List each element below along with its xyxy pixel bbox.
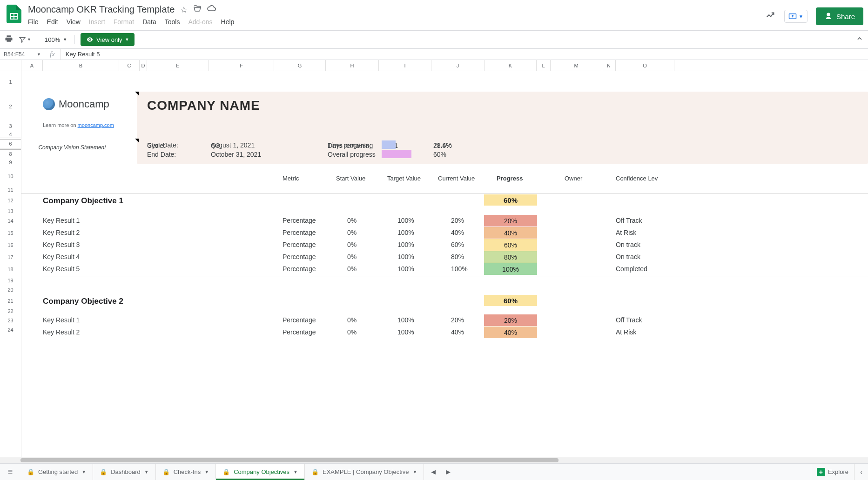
th-current_value: Current Value bbox=[438, 175, 475, 182]
print-icon[interactable] bbox=[5, 34, 13, 45]
col-header-E[interactable]: E bbox=[147, 60, 209, 71]
row-header-14[interactable]: 14 bbox=[0, 215, 21, 227]
chevron-down-icon[interactable]: ▼ bbox=[144, 469, 149, 474]
row-header-9[interactable]: 9 bbox=[0, 158, 21, 167]
sheet-tab-example-company-objective[interactable]: 🔒EXAMPLE | Company Objective▼ bbox=[305, 464, 424, 480]
col-header-O[interactable]: O bbox=[616, 60, 674, 71]
row-header-18[interactable]: 18 bbox=[0, 263, 21, 275]
row-header-17[interactable]: 17 bbox=[0, 251, 21, 263]
fx-icon: fx bbox=[44, 49, 61, 60]
kr-target: 100% bbox=[397, 229, 414, 236]
name-box[interactable]: B54:F54▼ bbox=[0, 49, 44, 60]
objective-progress: 60% bbox=[484, 194, 537, 206]
chevron-down-icon[interactable]: ▼ bbox=[412, 469, 417, 474]
row-header-23[interactable]: 23 bbox=[0, 314, 21, 327]
row-header-15[interactable]: 15 bbox=[0, 227, 21, 239]
row-header-24[interactable]: 24 bbox=[0, 327, 21, 333]
row-header-19[interactable]: 19 bbox=[0, 275, 21, 286]
row-header-3[interactable]: 3 bbox=[0, 120, 21, 132]
kr-progress: 20% bbox=[484, 215, 537, 227]
row-header-21[interactable]: 21 bbox=[0, 294, 21, 308]
col-header-B[interactable]: B bbox=[43, 60, 119, 71]
tab-scroll-right-icon[interactable]: ► bbox=[442, 466, 455, 478]
menu-edit[interactable]: Edit bbox=[47, 18, 58, 26]
row-header-22[interactable]: 22 bbox=[0, 308, 21, 314]
kr-confidence: At Risk bbox=[616, 328, 636, 336]
row-header-1[interactable]: 1 bbox=[0, 71, 21, 93]
share-button[interactable]: Share bbox=[816, 7, 863, 25]
filter-icon[interactable]: ▼ bbox=[19, 36, 31, 43]
kr-current: 80% bbox=[451, 253, 464, 260]
row-header-8[interactable]: 8 bbox=[0, 150, 21, 158]
row-header-11[interactable]: 11 bbox=[0, 186, 21, 193]
chevron-down-icon: ▼ bbox=[125, 37, 129, 42]
value-start: August 1, 2021 bbox=[211, 141, 255, 149]
col-header-F[interactable]: F bbox=[209, 60, 274, 71]
mooncamp-link[interactable]: mooncamp.com bbox=[78, 122, 114, 128]
star-icon[interactable]: ☆ bbox=[180, 5, 188, 15]
sheet-tab-getting-started[interactable]: 🔒Getting started▼ bbox=[20, 464, 93, 480]
row-header-10[interactable]: 10 bbox=[0, 167, 21, 186]
kr-metric: Percentage bbox=[283, 241, 316, 248]
menu-file[interactable]: File bbox=[28, 18, 39, 26]
kr-name: Key Result 5 bbox=[43, 265, 80, 273]
menu-tools[interactable]: Tools bbox=[165, 18, 180, 26]
col-header-A[interactable]: A bbox=[21, 60, 43, 71]
col-header-J[interactable]: J bbox=[431, 60, 484, 71]
zoom-select[interactable]: 100%▼ bbox=[43, 35, 69, 44]
chevron-down-icon[interactable]: ▼ bbox=[204, 469, 209, 474]
present-button[interactable]: ▼ bbox=[784, 10, 807, 23]
menu-data[interactable]: Data bbox=[142, 18, 156, 26]
row-header-2[interactable]: 2 bbox=[0, 93, 21, 120]
col-header-G[interactable]: G bbox=[274, 60, 326, 71]
activity-icon[interactable] bbox=[766, 10, 776, 23]
col-header-N[interactable]: N bbox=[602, 60, 616, 71]
row-header-13[interactable]: 13 bbox=[0, 207, 21, 215]
sheet-tab-dashboard[interactable]: 🔒Dashboard▼ bbox=[93, 464, 156, 480]
cloud-status-icon[interactable] bbox=[207, 4, 216, 15]
kr-target: 100% bbox=[397, 217, 414, 224]
row-header-12[interactable]: 12 bbox=[0, 193, 21, 207]
chevron-down-icon[interactable]: ▼ bbox=[81, 469, 86, 474]
explore-button[interactable]: + Explore bbox=[811, 464, 854, 480]
chevron-down-icon[interactable]: ▼ bbox=[293, 469, 298, 474]
kr-current: 60% bbox=[451, 241, 464, 248]
select-all-corner[interactable] bbox=[0, 60, 21, 71]
row-header-6[interactable]: 6 bbox=[0, 140, 21, 148]
tab-scroll-left-icon[interactable]: ◄ bbox=[427, 466, 440, 478]
horizontal-scrollbar[interactable] bbox=[0, 457, 868, 463]
kr-metric: Percentage bbox=[283, 316, 316, 324]
vision-statement: Company Vision Statement bbox=[37, 144, 107, 151]
doc-meta: Mooncamp OKR Tracking Template ☆ FileEdi… bbox=[28, 4, 766, 26]
collapse-toolbar-icon[interactable] bbox=[856, 35, 863, 45]
col-header-H[interactable]: H bbox=[326, 60, 379, 71]
menu-help[interactable]: Help bbox=[221, 18, 235, 26]
column-headers: ABCDEFGHIJKLMNO bbox=[0, 60, 868, 71]
header-separator bbox=[21, 193, 868, 193]
row-header-16[interactable]: 16 bbox=[0, 239, 21, 251]
col-header-M[interactable]: M bbox=[551, 60, 602, 71]
objective-separator bbox=[43, 276, 868, 276]
view-only-button[interactable]: View only ▼ bbox=[81, 33, 135, 46]
formula-input[interactable]: Key Result 5 bbox=[61, 51, 868, 58]
col-header-K[interactable]: K bbox=[484, 60, 537, 71]
all-sheets-icon[interactable]: ≡ bbox=[0, 467, 20, 477]
lock-icon: 🔒 bbox=[100, 468, 107, 475]
row-header-20[interactable]: 20 bbox=[0, 286, 21, 294]
doc-title[interactable]: Mooncamp OKR Tracking Template bbox=[28, 4, 175, 15]
kr-progress: 60% bbox=[484, 239, 537, 251]
kr-progress: 20% bbox=[484, 314, 537, 326]
col-header-I[interactable]: I bbox=[379, 60, 431, 71]
move-to-folder-icon[interactable] bbox=[193, 4, 202, 15]
sheet-tab-company-objectives[interactable]: 🔒Company Objectives▼ bbox=[216, 464, 305, 480]
kr-start: 0% bbox=[347, 265, 357, 273]
sheet-tab-check-ins[interactable]: 🔒Check-Ins▼ bbox=[156, 464, 216, 480]
col-header-D[interactable]: D bbox=[140, 60, 147, 71]
col-header-L[interactable]: L bbox=[537, 60, 551, 71]
sheet-content[interactable]: MooncampLearn more on mooncamp.comCompan… bbox=[21, 71, 868, 457]
menu-view[interactable]: View bbox=[67, 18, 81, 26]
row-header-4[interactable]: 4 bbox=[0, 132, 21, 138]
side-panel-toggle-icon[interactable]: ‹ bbox=[854, 464, 868, 480]
col-header-C[interactable]: C bbox=[119, 60, 140, 71]
company-name: COMPANY NAME bbox=[147, 98, 260, 113]
